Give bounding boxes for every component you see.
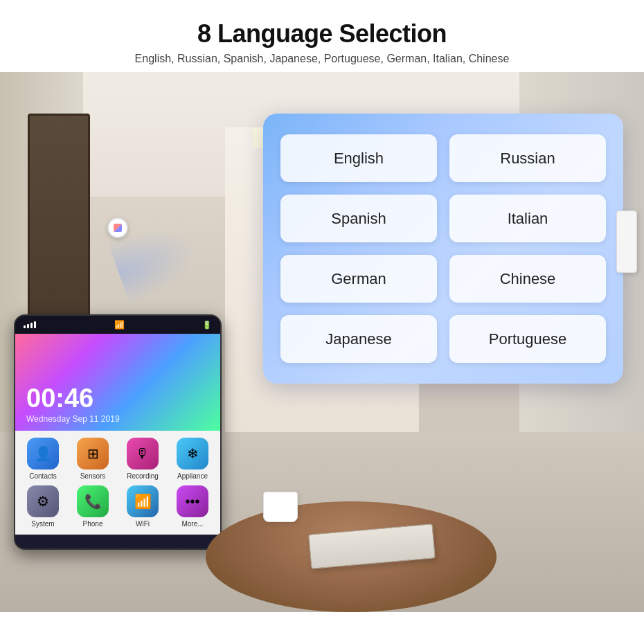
app-label: Phone: [83, 520, 103, 528]
app-img: 📞: [77, 485, 109, 517]
app-icon-recording[interactable]: 🎙 Recording: [120, 438, 165, 480]
lang-btn-english[interactable]: English: [280, 134, 437, 182]
subtitle: English, Russian, Spanish, Japanese, Por…: [14, 53, 630, 65]
lang-btn-italian[interactable]: Italian: [449, 195, 606, 242]
lang-btn-portuguese[interactable]: Portuguese: [449, 315, 606, 363]
app-icon-system[interactable]: ⚙ System: [21, 485, 65, 528]
phone-screen: 00:46 Wednesday Sep 11 2019: [15, 334, 220, 431]
phone-time: 00:46: [26, 385, 93, 411]
app-label: Contacts: [29, 472, 56, 480]
wifi-icon: 📶: [114, 320, 125, 330]
wall-phone: [616, 211, 637, 273]
lang-btn-russian[interactable]: Russian: [449, 134, 606, 182]
app-img: 👤: [27, 438, 59, 469]
app-label: Recording: [127, 472, 159, 480]
app-label: Appliance: [177, 472, 208, 480]
app-icon-wifi[interactable]: 📶 WiFi: [120, 485, 165, 528]
lang-btn-japanese[interactable]: Japanese: [280, 315, 437, 363]
phone-apps-grid: 👤 Contacts ⊞ Sensors 🎙 Recording ❄ Appli…: [15, 431, 220, 535]
app-label: System: [31, 520, 54, 528]
lang-btn-chinese[interactable]: Chinese: [449, 255, 606, 303]
phone-date: Wednesday Sep 11 2019: [26, 414, 120, 424]
page-title: 8 Language Selection: [14, 19, 630, 48]
app-img: •••: [177, 485, 208, 517]
header-section: 8 Language Selection English, Russian, S…: [0, 0, 644, 72]
language-panel: EnglishRussianSpanishItalianGermanChines…: [263, 114, 623, 384]
signal-icon: [24, 321, 36, 328]
app-label: More...: [181, 520, 203, 528]
app-icon-more...[interactable]: ••• More...: [170, 485, 215, 528]
battery-icon: 🔋: [202, 321, 212, 330]
app-img: 🎙: [127, 438, 159, 469]
app-img: ❄: [177, 438, 208, 469]
app-icon-appliance[interactable]: ❄ Appliance: [170, 438, 215, 480]
app-icon-phone[interactable]: 📞 Phone: [71, 485, 115, 528]
app-icon-sensors[interactable]: ⊞ Sensors: [71, 438, 115, 480]
app-label: WiFi: [136, 520, 150, 528]
lang-btn-spanish[interactable]: Spanish: [280, 195, 437, 242]
door: [28, 114, 90, 335]
app-img: ⚙: [27, 485, 59, 517]
wall-device[interactable]: [107, 217, 128, 238]
app-label: Sensors: [80, 472, 106, 480]
phone-device: 📶 🔋 00:46 Wednesday Sep 11 2019 👤 Contac…: [14, 314, 222, 550]
app-icon-contacts[interactable]: 👤 Contacts: [21, 438, 65, 480]
app-img: 📶: [127, 485, 159, 517]
phone-status-bar: 📶 🔋: [15, 316, 220, 334]
room-background: 📶 🔋 00:46 Wednesday Sep 11 2019 👤 Contac…: [0, 72, 644, 612]
cup-on-table: [263, 492, 298, 522]
app-img: ⊞: [77, 438, 109, 469]
lang-btn-german[interactable]: German: [280, 255, 437, 303]
